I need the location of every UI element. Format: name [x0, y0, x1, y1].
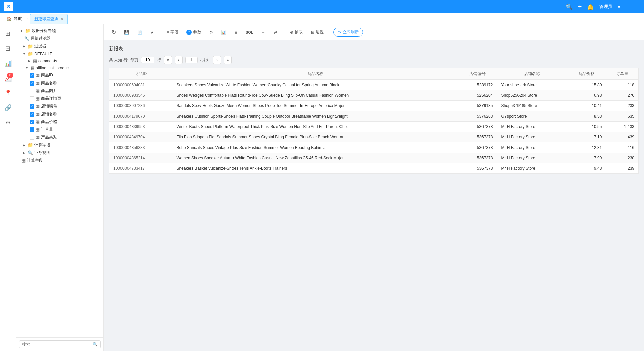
page-last-button[interactable]: »	[224, 56, 232, 64]
sidebar-icon-chart[interactable]: 📊	[1, 57, 15, 70]
bell-icon[interactable]: 🔔	[587, 4, 594, 10]
cell-store-id: 5367378	[458, 153, 497, 163]
cell-name: Sneakers Basket Vulcanize-Shoes Tenis An…	[172, 163, 458, 174]
cell-orders: 230	[606, 153, 639, 163]
checkbox-店铺名称[interactable]: ✓	[30, 112, 34, 117]
chart-type-button[interactable]: 📊	[218, 29, 229, 36]
print-button[interactable]: 🖨	[271, 29, 280, 36]
tab-close-icon[interactable]: ✕	[61, 17, 63, 21]
sidebar-icon-table[interactable]: ⊟	[1, 42, 15, 55]
col-header-店铺编号: 店铺编号	[458, 68, 497, 80]
settings-icon: ⚙	[209, 30, 213, 35]
tree-node-field-商品图片[interactable]: ▦ 商品图片	[16, 87, 103, 95]
tab-separator: ›	[27, 17, 29, 21]
cell-store-name: Shop5256204 Store	[497, 90, 567, 101]
cell-store-name: Mr H Factory Store	[497, 132, 567, 142]
fields-button[interactable]: ≡ 字段	[164, 28, 181, 36]
field-label-商品价格: 商品价格	[41, 119, 57, 125]
tree-node-local-filter[interactable]: 🔧 局部过滤器	[16, 35, 103, 42]
settings-button[interactable]: ⚙	[207, 29, 216, 36]
tree-node-calc-field-single[interactable]: ▦ 计算字段	[16, 157, 103, 164]
refresh-button[interactable]: ↻	[109, 28, 119, 37]
cell-orders: 439	[606, 132, 639, 142]
tree-node-field-商品价格[interactable]: ✓ ▦ 商品价格	[16, 118, 103, 126]
sidebar-icon-map[interactable]: 📍	[1, 86, 15, 100]
search-icon[interactable]: 🔍	[566, 4, 573, 10]
tree-node-field-店铺名称[interactable]: ✓ ▦ 店铺名称	[16, 110, 103, 118]
field-icon-店铺名称: ▦	[36, 111, 40, 117]
tab-home[interactable]: 🏠 导航	[3, 14, 26, 24]
more-icon[interactable]: ⋯	[626, 4, 631, 10]
pivot-button[interactable]: ⊞	[231, 29, 240, 36]
field-label-店铺编号: 店铺编号	[41, 103, 57, 109]
params-icon: ?	[186, 30, 192, 35]
flow-button[interactable]: →	[259, 29, 268, 36]
sidebar-icon-dashboard[interactable]: 📈 11	[1, 71, 15, 85]
tree-node-root[interactable]: ▾ 📁 数据分析专题	[16, 27, 103, 35]
field-label-产品类别: 产品类别	[41, 134, 57, 140]
content-area: ↻ 💾 📄 ★ ≡ 字段 ? 参数 ⚙ �	[104, 24, 644, 351]
filter2-icon: ⊟	[311, 30, 314, 35]
fields-icon: ≡	[167, 30, 169, 35]
filter-button[interactable]: ⊟ 透视	[308, 28, 326, 36]
save-button[interactable]: 💾	[121, 29, 132, 36]
default-folder-icon: 📁	[28, 51, 33, 56]
cell-name: Flip Flop Slippers Flat Sandals Summer S…	[172, 132, 458, 142]
app-logo: S	[4, 2, 13, 11]
tree-node-business-views[interactable]: ▶ 🔍 业务视图	[16, 149, 103, 157]
sidebar-icon-settings[interactable]: ⚙	[1, 116, 15, 129]
cell-orders: 1,133	[606, 122, 639, 132]
add-icon[interactable]: +	[578, 3, 582, 11]
table-header-row: 商品ID 商品名称 店铺编号 店铺名称 商品价格 订单量	[109, 68, 639, 80]
instant-refresh-button[interactable]: ⟳ 立即刷新	[333, 28, 363, 37]
cell-price: 10.55	[567, 122, 606, 132]
toolbar: ↻ 💾 📄 ★ ≡ 字段 ? 参数 ⚙ �	[104, 24, 644, 40]
search-box[interactable]: 🔍	[19, 340, 101, 348]
page-prev-button[interactable]: ‹	[175, 56, 183, 64]
tree-node-calc-fields[interactable]: ▶ 📁 计算字段	[16, 141, 103, 149]
sidebar-icon-data[interactable]: 🔗	[1, 101, 15, 115]
tree-node-field-商品名称[interactable]: ✓ ▦ 商品名称	[16, 79, 103, 87]
tree-node-filter[interactable]: ▶ 📁 过滤器	[16, 42, 103, 50]
tree-node-field-商品ID[interactable]: ✓ ▦ 商品ID	[16, 71, 103, 79]
total-label: 共 未知 行	[109, 57, 128, 63]
calc-field-single-label: 计算字段	[27, 158, 43, 163]
cell-store-id: 5256204	[458, 90, 497, 101]
cell-id: 10000004179070	[109, 111, 172, 122]
search-submit-icon[interactable]: 🔍	[93, 342, 98, 347]
tree-node-field-订单量[interactable]: ✓ ▦ 订单量	[16, 126, 103, 133]
sidebar-icon-home[interactable]: ⊞	[1, 27, 15, 40]
checkbox-商品名称[interactable]: ✓	[30, 81, 34, 86]
table-row: 10000004339953 Winter Boots Shoes Platfo…	[109, 122, 639, 132]
export-button[interactable]: 📄	[135, 29, 145, 36]
business-folder-icon: 🔍	[28, 150, 33, 155]
window-icon[interactable]: □	[637, 4, 640, 10]
per-page-input[interactable]	[141, 57, 154, 63]
field-icon-商品详情页: ▦	[36, 96, 40, 101]
admin-chevron-icon[interactable]: ▾	[618, 4, 620, 10]
tab-query[interactable]: 新建即席查询 ✕	[30, 14, 68, 24]
search-input[interactable]	[22, 342, 91, 347]
tree-node-field-店铺编号[interactable]: ✓ ▦ 店铺编号	[16, 102, 103, 110]
extract-button[interactable]: ⊕ 抽取	[287, 28, 306, 36]
params-button[interactable]: ? 参数	[184, 28, 204, 36]
checkbox-商品ID[interactable]: ✓	[30, 73, 34, 78]
star-button[interactable]: ★	[148, 29, 157, 36]
checkbox-产品类别[interactable]	[30, 135, 34, 140]
tree-node-comments[interactable]: ▶ ▦ comments	[16, 57, 103, 64]
sql-button[interactable]: SQL	[243, 29, 256, 36]
tree-node-field-商品详情页[interactable]: ▦ 商品详情页	[16, 95, 103, 102]
page-first-button[interactable]: «	[164, 56, 172, 64]
tree-node-field-产品类别[interactable]: ▦ 产品类别	[16, 133, 103, 141]
page-input[interactable]	[185, 57, 198, 63]
tree-node-offline-cat[interactable]: ▾ ▦ offline_cat_product	[16, 64, 103, 71]
checkbox-商品价格[interactable]: ✓	[30, 120, 34, 124]
print-icon: 🖨	[274, 30, 278, 35]
checkbox-店铺编号[interactable]: ✓	[30, 104, 34, 109]
admin-label[interactable]: 管理员	[599, 4, 612, 10]
checkbox-订单量[interactable]: ✓	[30, 127, 34, 132]
checkbox-商品图片[interactable]	[30, 89, 34, 93]
tree-node-default[interactable]: ▾ 📁 DEFAULT	[16, 50, 103, 57]
checkbox-商品详情页[interactable]	[30, 96, 34, 101]
page-next-button[interactable]: ›	[213, 56, 221, 64]
